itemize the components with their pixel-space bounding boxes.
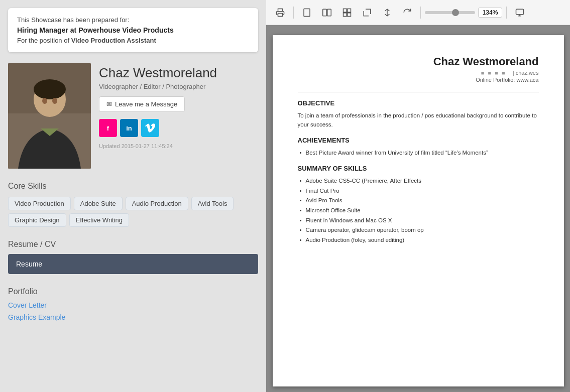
- profile-title: Videographer / Editor / Photographer: [99, 83, 258, 90]
- pdf-divider-1: [298, 92, 539, 92]
- svg-rect-6: [278, 13, 283, 16]
- left-content: This Showcase has been prepared for: Hir…: [0, 8, 266, 333]
- vimeo-icon[interactable]: [141, 119, 159, 137]
- pdf-toolbar: 134%: [266, 0, 570, 25]
- linkedin-icon[interactable]: in: [120, 119, 138, 137]
- portfolio-heading: Portfolio: [8, 287, 258, 296]
- avatar: [8, 63, 91, 169]
- pdf-name: Chaz Westmoreland: [298, 55, 539, 68]
- svg-rect-11: [348, 9, 351, 12]
- skill-adobe-suite: Adobe Suite: [74, 197, 123, 210]
- showcase-intro: This Showcase has been prepared for:: [17, 15, 249, 25]
- showcase-hiring: Hiring Manager at Powerhouse Video Produ…: [17, 25, 249, 36]
- fullscreen-icon: [515, 8, 524, 17]
- pdf-skills-list: Adobe Suite CS5-CC (Premiere, After Effe…: [298, 176, 539, 245]
- skill-avid-tools: Avid Tools: [191, 197, 234, 210]
- pdf-contact: ■ ■ ■ ■ | chaz.wes: [298, 70, 539, 76]
- toolbar-sep-2: [420, 7, 421, 19]
- pdf-skill-item-3: Avid Pro Tools: [298, 196, 539, 206]
- fit-height-button[interactable]: [378, 4, 396, 22]
- social-icons: f in: [99, 119, 258, 137]
- svg-rect-9: [327, 9, 331, 16]
- profile-info: Chaz Westmoreland Videographer / Editor …: [99, 63, 258, 149]
- message-icon: ✉: [106, 100, 112, 108]
- linkedin-label: in: [126, 124, 132, 132]
- print-icon: [276, 8, 285, 17]
- position-pretext: For the position of: [17, 37, 69, 44]
- person-silhouette: [8, 63, 91, 169]
- single-page-icon: [302, 8, 311, 17]
- print-button[interactable]: [271, 4, 289, 22]
- pdf-contact-suffix: | chaz.wes: [513, 70, 539, 76]
- svg-point-5: [52, 98, 57, 104]
- resume-tab[interactable]: Resume: [8, 254, 258, 274]
- grid-button[interactable]: [338, 4, 356, 22]
- pdf-achievements-heading: ACHIEVEMENTS: [298, 137, 539, 144]
- rotate-icon: [403, 8, 412, 17]
- updated-timestamp: Updated 2015-01-27 11:45:24: [99, 143, 258, 149]
- skills-tags: Video Production Adobe Suite Audio Produ…: [8, 197, 258, 227]
- grid-icon: [343, 8, 352, 17]
- flickr-label: f: [107, 124, 109, 132]
- pdf-skill-item-6: Camera operator, glidecam operator, boom…: [298, 225, 539, 235]
- pdf-skill-item-7: Audio Production (foley, sound editing): [298, 235, 539, 245]
- svg-rect-7: [304, 9, 310, 16]
- left-panel: This Showcase has been prepared for: Hir…: [0, 0, 266, 392]
- fullscreen-button[interactable]: [511, 4, 529, 22]
- rotate-button[interactable]: [398, 4, 416, 22]
- skill-audio-production: Audio Production: [126, 197, 188, 210]
- svg-rect-10: [344, 9, 347, 12]
- svg-rect-12: [344, 13, 347, 16]
- avatar-image: [8, 63, 91, 169]
- pdf-header: Chaz Westmoreland ■ ■ ■ ■ | chaz.wes Onl…: [298, 55, 539, 87]
- pdf-objective-heading: OBJECTIVE: [298, 99, 539, 107]
- single-page-button[interactable]: [298, 4, 316, 22]
- svg-rect-8: [323, 9, 327, 16]
- two-page-icon: [322, 8, 331, 17]
- pdf-achievement-item-1: Best Picture Award winner from Universit…: [298, 148, 539, 158]
- pdf-skill-item-2: Final Cut Pro: [298, 186, 539, 196]
- resume-cv-section: Resume / CV Resume: [0, 235, 266, 282]
- core-skills-heading: Core Skills: [8, 182, 258, 191]
- message-label: Leave me a Message: [115, 100, 177, 108]
- core-skills-section: Core Skills Video Production Adobe Suite…: [0, 177, 266, 235]
- pdf-scroll-area[interactable]: Chaz Westmoreland ■ ■ ■ ■ | chaz.wes Onl…: [266, 25, 570, 392]
- svg-rect-15: [516, 9, 524, 15]
- profile-name: Chaz Westmoreland: [99, 65, 258, 81]
- svg-point-3: [34, 79, 66, 99]
- fit-width-icon: [363, 8, 372, 17]
- message-button[interactable]: ✉ Leave me a Message: [99, 96, 185, 112]
- vimeo-svg: [145, 123, 155, 133]
- portfolio-graphics-example[interactable]: Graphics Example: [8, 313, 258, 321]
- profile-section: Chaz Westmoreland Videographer / Editor …: [0, 57, 266, 177]
- showcase-position: Video Production Assistant: [71, 37, 156, 44]
- skill-effective-writing: Effective Writing: [69, 213, 129, 227]
- pdf-page: Chaz Westmoreland ■ ■ ■ ■ | chaz.wes Onl…: [273, 35, 564, 386]
- pdf-portfolio-line: Online Portfolio: www.aca: [298, 77, 539, 83]
- pdf-contact-dots: ■ ■ ■ ■: [481, 70, 511, 76]
- zoom-input[interactable]: 134%: [478, 8, 502, 18]
- skill-video-production: Video Production: [8, 197, 71, 210]
- showcase-banner: This Showcase has been prepared for: Hir…: [8, 8, 258, 52]
- flickr-icon[interactable]: f: [99, 119, 117, 137]
- fit-width-button[interactable]: [358, 4, 376, 22]
- pdf-skill-item-4: Microsoft Office Suite: [298, 206, 539, 216]
- showcase-position-line: For the position of Video Production Ass…: [17, 36, 249, 46]
- resume-heading: Resume / CV: [8, 240, 258, 249]
- toolbar-sep-1: [293, 7, 294, 19]
- zoom-controls: 134%: [425, 8, 502, 18]
- two-page-button[interactable]: [318, 4, 336, 22]
- pdf-skill-item-1: Adobe Suite CS5-CC (Premiere, After Effe…: [298, 176, 539, 186]
- zoom-slider[interactable]: [425, 11, 475, 14]
- fit-height-icon: [383, 8, 392, 17]
- portfolio-section: Portfolio Cover Letter Graphics Example: [0, 282, 266, 333]
- svg-rect-13: [348, 13, 351, 16]
- pdf-skill-item-5: Fluent in Windows and Mac OS X: [298, 216, 539, 226]
- toolbar-sep-3: [506, 7, 507, 19]
- skill-graphic-design: Graphic Design: [8, 213, 66, 227]
- portfolio-cover-letter[interactable]: Cover Letter: [8, 301, 258, 309]
- svg-point-4: [42, 98, 47, 104]
- pdf-achievements-list: Best Picture Award winner from Universit…: [298, 148, 539, 158]
- pdf-viewer: 134% Chaz Westmoreland ■ ■ ■ ■ | chaz.we…: [266, 0, 570, 392]
- pdf-skills-heading: SUMMARY OF SKILLS: [298, 165, 539, 172]
